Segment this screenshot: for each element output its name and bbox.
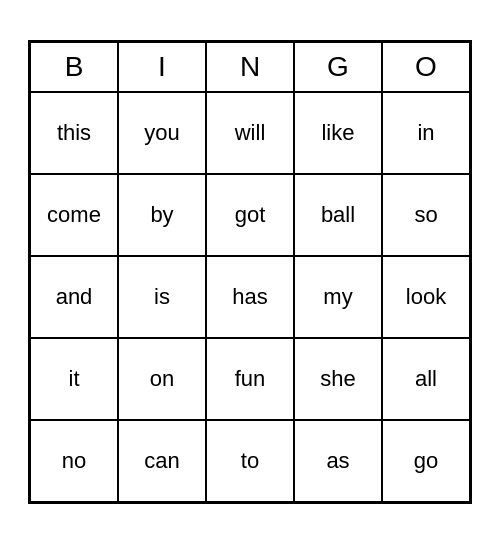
- header-cell-i: I: [118, 42, 206, 92]
- bingo-cell-1-2: got: [206, 174, 294, 256]
- header-cell-b: B: [30, 42, 118, 92]
- bingo-cell-0-2: will: [206, 92, 294, 174]
- bingo-header-row: BINGO: [30, 42, 470, 92]
- header-cell-n: N: [206, 42, 294, 92]
- bingo-row-3: itonfunsheall: [30, 338, 470, 420]
- bingo-cell-1-4: so: [382, 174, 470, 256]
- bingo-cell-0-4: in: [382, 92, 470, 174]
- bingo-cell-2-1: is: [118, 256, 206, 338]
- bingo-cell-3-0: it: [30, 338, 118, 420]
- bingo-row-0: thisyouwilllikein: [30, 92, 470, 174]
- bingo-cell-0-3: like: [294, 92, 382, 174]
- bingo-cell-4-2: to: [206, 420, 294, 502]
- bingo-row-2: andishasmylook: [30, 256, 470, 338]
- header-cell-o: O: [382, 42, 470, 92]
- bingo-cell-4-3: as: [294, 420, 382, 502]
- bingo-cell-1-1: by: [118, 174, 206, 256]
- bingo-cell-3-4: all: [382, 338, 470, 420]
- bingo-cell-1-0: come: [30, 174, 118, 256]
- bingo-cell-4-0: no: [30, 420, 118, 502]
- bingo-cell-2-3: my: [294, 256, 382, 338]
- bingo-cell-3-2: fun: [206, 338, 294, 420]
- bingo-row-1: comebygotballso: [30, 174, 470, 256]
- bingo-cell-2-0: and: [30, 256, 118, 338]
- bingo-card: BINGO thisyouwilllikeincomebygotballsoan…: [28, 40, 472, 504]
- bingo-cell-3-3: she: [294, 338, 382, 420]
- bingo-cell-3-1: on: [118, 338, 206, 420]
- bingo-cell-0-1: you: [118, 92, 206, 174]
- header-cell-g: G: [294, 42, 382, 92]
- bingo-cell-4-4: go: [382, 420, 470, 502]
- bingo-cell-2-4: look: [382, 256, 470, 338]
- bingo-cell-1-3: ball: [294, 174, 382, 256]
- bingo-cell-0-0: this: [30, 92, 118, 174]
- bingo-cell-2-2: has: [206, 256, 294, 338]
- bingo-cell-4-1: can: [118, 420, 206, 502]
- bingo-row-4: nocantoasgo: [30, 420, 470, 502]
